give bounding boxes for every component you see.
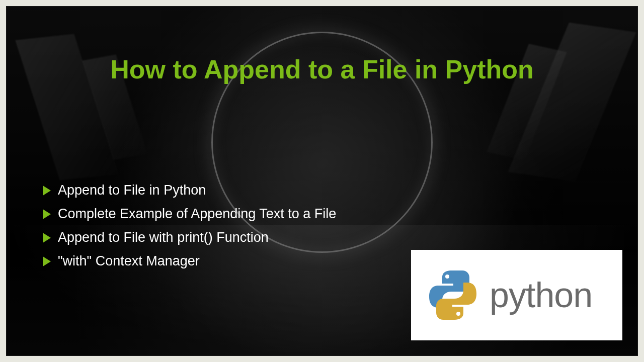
bullet-text: "with" Context Manager: [58, 253, 200, 269]
svg-point-1: [456, 312, 460, 316]
python-icon: [425, 267, 480, 323]
triangle-icon: [43, 209, 51, 219]
python-logo-text: python: [490, 275, 592, 315]
bullet-text: Append to File with print() Function: [58, 230, 269, 245]
python-logo-box: python: [411, 250, 622, 340]
bullet-item: Append to File with print() Function: [43, 230, 336, 245]
bullet-item: Complete Example of Appending Text to a …: [43, 206, 336, 222]
bullet-item: "with" Context Manager: [43, 253, 336, 269]
bullet-list: Append to File in Python Complete Exampl…: [43, 183, 336, 277]
bullet-item: Append to File in Python: [43, 183, 336, 198]
svg-point-0: [445, 275, 449, 279]
slide-title: How to Append to a File in Python: [7, 54, 637, 84]
bullet-text: Complete Example of Appending Text to a …: [58, 206, 336, 222]
bullet-text: Append to File in Python: [58, 183, 206, 198]
triangle-icon: [43, 233, 51, 243]
slide-frame: How to Append to a File in Python Append…: [6, 6, 638, 356]
triangle-icon: [43, 256, 51, 266]
triangle-icon: [43, 186, 51, 196]
